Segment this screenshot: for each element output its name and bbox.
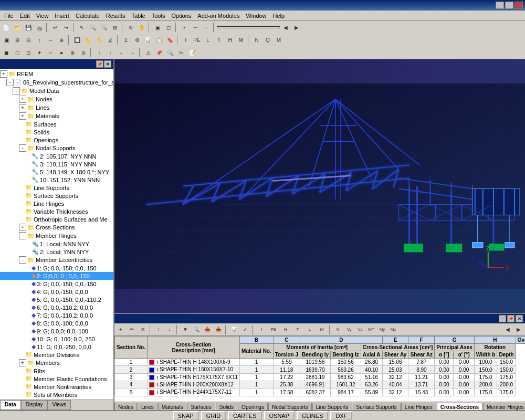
- table-tb-check[interactable]: ✓: [240, 324, 250, 335]
- tb2-btn7[interactable]: 🔲: [72, 35, 82, 45]
- status-osnap[interactable]: OSNAP: [264, 411, 295, 420]
- status-dxf[interactable]: DXF: [330, 411, 352, 420]
- tab-line-supports[interactable]: Line Supports: [312, 403, 352, 410]
- tb-arrow-left[interactable]: ◀: [280, 22, 291, 33]
- tb3-btn14[interactable]: 📌: [154, 47, 164, 58]
- tree-item-member-nonlinear[interactable]: 📁Member Nonlinearities: [0, 383, 113, 391]
- panel-pin-btn[interactable]: 📌: [96, 60, 103, 68]
- tree-item-ns-3[interactable]: 🔧5: 148,149; X 180.0 °; NYY: [0, 168, 113, 176]
- tree-item-solids[interactable]: 📁Solids: [0, 128, 113, 136]
- tb-zoom-in[interactable]: 🔍: [88, 22, 98, 33]
- tree-expand-member-eccentricities[interactable]: -: [19, 256, 26, 264]
- status-glines[interactable]: GLINES: [297, 411, 328, 420]
- status-snap[interactable]: SNAP: [173, 411, 199, 420]
- tree-item-me-2[interactable]: ◆2: G;0,0; 0 ; 0,0,-150: [0, 272, 113, 280]
- tree-item-rfem[interactable]: +📁RFEM: [0, 70, 113, 78]
- tb2-btn18[interactable]: L: [203, 35, 213, 45]
- tb2-btn1[interactable]: ▣: [1, 35, 12, 45]
- tb3-btn12[interactable]: →: [127, 47, 138, 58]
- tree-item-materials[interactable]: +📁Materials: [0, 112, 113, 120]
- tb3-btn16[interactable]: ✂: [176, 47, 186, 58]
- tree-item-me-1[interactable]: ◆1: G; 0,0,-150; 0,0,-150: [0, 264, 113, 272]
- tree-item-ns-4[interactable]: 🔧10: 151,152; YNN NNN: [0, 176, 113, 184]
- tree-expand-member-hinges[interactable]: -: [19, 232, 26, 239]
- tb-rotate[interactable]: ↻: [125, 22, 136, 33]
- table-tb-results6[interactable]: Mz: [388, 324, 398, 335]
- tree-expand-project[interactable]: -: [6, 79, 14, 86]
- tb3-btn3[interactable]: ⊡: [23, 47, 34, 58]
- table-tb-graph[interactable]: 📊: [229, 324, 239, 335]
- tb2-btn14[interactable]: 📋: [154, 35, 164, 45]
- table-tb-cs6[interactable]: M: [316, 324, 328, 335]
- tree-expand-nodal-supports[interactable]: -: [19, 144, 26, 152]
- tree-item-variable-thick[interactable]: 📁Variable Thicknesses: [0, 207, 113, 215]
- tb-surface[interactable]: ▫: [201, 22, 212, 33]
- tb2-btn10[interactable]: ∡: [105, 35, 116, 45]
- tree-expand-nodes[interactable]: +: [19, 96, 26, 103]
- tree-expand-cross-sections[interactable]: +: [19, 224, 26, 231]
- table-row[interactable]: 2 I SHAPE-THIN H 150X150X7-10 1 11.18 16…: [115, 366, 526, 373]
- table-tb-results1[interactable]: N: [333, 324, 343, 335]
- tree-item-me-9[interactable]: ◆9: G; 0,0,0; 0,0,-100: [0, 327, 113, 335]
- table-nav-next[interactable]: ▶: [513, 324, 524, 335]
- status-cartes[interactable]: CARTES: [228, 411, 261, 420]
- menu-table[interactable]: Table: [128, 12, 148, 20]
- tree-item-ns-2[interactable]: 🔧3: 110,115; NYY NNN: [0, 160, 113, 168]
- menu-view[interactable]: View: [33, 12, 52, 20]
- tb3-btn1[interactable]: ◼: [1, 47, 12, 58]
- menu-tools[interactable]: Tools: [149, 12, 169, 20]
- tb3-btn5[interactable]: ○: [45, 47, 56, 58]
- tab-member-hinges[interactable]: Member Hinges: [483, 403, 525, 410]
- tb-arrow-right[interactable]: ▶: [291, 22, 302, 33]
- tab-nodes[interactable]: Nodes: [114, 403, 137, 410]
- tb-member[interactable]: ─: [190, 22, 201, 33]
- tb2-btn11[interactable]: Σ: [121, 35, 131, 45]
- tb3-btn17[interactable]: 📝: [187, 47, 197, 58]
- tb2-btn21[interactable]: M: [236, 35, 246, 45]
- tree-item-me-10[interactable]: ◆10: G; 0,-100; 0,0,-250: [0, 335, 113, 343]
- tree-expand-rfem[interactable]: +: [0, 70, 7, 78]
- table-tb-cs2[interactable]: PE: [268, 324, 279, 335]
- tb3-btn10[interactable]: ↓: [105, 47, 116, 58]
- tab-lines[interactable]: Lines: [138, 403, 158, 410]
- tb3-btn2[interactable]: ◻: [12, 47, 23, 58]
- tab-views[interactable]: Views: [47, 400, 71, 410]
- table-row[interactable]: 4 I SHAPE-THIN H200X200X8X12 1 25.38 469…: [115, 381, 526, 388]
- tree-item-line-hinges[interactable]: 📁Line Hinges: [0, 200, 113, 207]
- tree-expand-members[interactable]: +: [19, 359, 26, 366]
- tree-item-ns-1[interactable]: 🔧2: 105,107; NYY NNN: [0, 152, 113, 160]
- tree-item-me-5[interactable]: ◆5: G; 0,0,-150; 0,0,-110.2: [0, 296, 113, 303]
- tree-item-cross-sections[interactable]: +📁Cross-Sections: [0, 223, 113, 232]
- tb3-btn11[interactable]: ←: [116, 47, 127, 58]
- tb2-btn13[interactable]: 📊: [143, 35, 153, 45]
- tb-open[interactable]: 📂: [12, 22, 23, 33]
- tree-item-member-divisions[interactable]: 📁Member Divisions: [0, 351, 113, 359]
- tab-openings[interactable]: Openings: [238, 403, 268, 410]
- table-row[interactable]: 3 I SHAPE-THIN H175X175X7.5X11 1 17.22 2…: [115, 373, 526, 381]
- tb3-btn15[interactable]: 🔍: [165, 47, 175, 58]
- tb-save[interactable]: 💾: [23, 22, 34, 33]
- tb-wire[interactable]: ◻: [163, 22, 174, 33]
- menu-options[interactable]: Options: [168, 12, 194, 20]
- tree-item-mh-2[interactable]: 🔩2: Local; YNN NYY: [0, 248, 113, 256]
- panel-close-btn[interactable]: ✕: [104, 60, 111, 68]
- table-tb-results5[interactable]: My: [377, 324, 387, 335]
- tree-expand-materials[interactable]: +: [19, 112, 26, 120]
- tree-item-me-11[interactable]: ◆11: G; 0,0,-250; 0,0,0: [0, 343, 113, 351]
- tree-item-project[interactable]: -📄06_Revolving_superstructure_for_s: [0, 78, 113, 87]
- tree-item-me-4[interactable]: ◆4: G; 0,0,-150; 0,0,0: [0, 288, 113, 296]
- status-grid[interactable]: GRID: [201, 411, 226, 420]
- tab-materials[interactable]: Materials: [158, 403, 187, 410]
- menu-results[interactable]: Results: [103, 12, 129, 20]
- table-tb-add[interactable]: +: [116, 324, 126, 335]
- tb2-btn8[interactable]: 📐: [83, 35, 93, 45]
- tree-item-members[interactable]: +📁Members: [0, 359, 113, 367]
- tb-redo[interactable]: ↪: [61, 22, 71, 33]
- tb2-btn19[interactable]: T: [214, 35, 224, 45]
- tree-item-nodes[interactable]: +📁Nodes: [0, 95, 113, 103]
- table-row[interactable]: 5 I SHAPE-THIN H244X175X7-11 1 17.58 608…: [115, 388, 526, 396]
- tb-zoom-all[interactable]: ⊞: [110, 22, 120, 33]
- cross-sections-table[interactable]: Section No. Cross-SectionDescription [mm…: [114, 336, 525, 402]
- table-collapse-btn[interactable]: ─: [499, 315, 506, 322]
- menu-edit[interactable]: Edit: [17, 12, 33, 20]
